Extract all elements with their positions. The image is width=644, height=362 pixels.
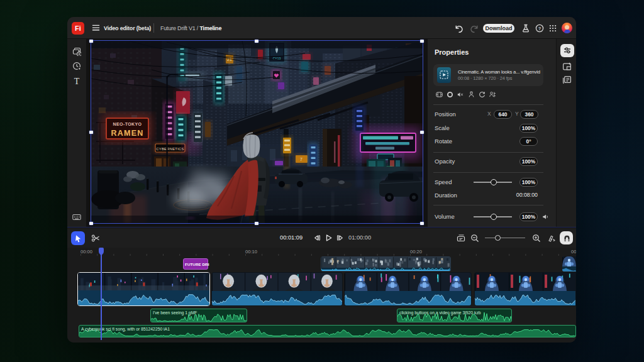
svg-text:?: ? — [538, 26, 541, 31]
svg-text:T: T — [74, 77, 80, 85]
